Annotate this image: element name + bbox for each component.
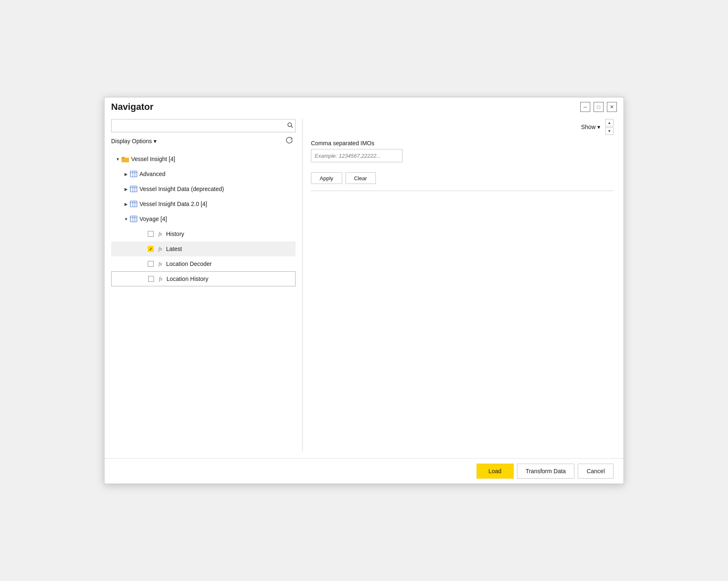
- right-panel: Show ▾ ▲ ▼ Comma separated IMOs Apply Cl…: [303, 119, 617, 452]
- svg-rect-8: [130, 186, 137, 192]
- transform-data-button[interactable]: Transform Data: [517, 464, 575, 479]
- tree-item-advanced[interactable]: ▶ Advanced: [111, 166, 296, 181]
- imo-input[interactable]: [311, 149, 403, 162]
- search-input-wrap: [111, 119, 296, 132]
- svg-rect-3: [122, 157, 125, 159]
- clear-button[interactable]: Clear: [345, 172, 376, 184]
- search-icon: [287, 122, 293, 128]
- tree-label-vessel-insight-20: Vessel Insight Data 2.0 [4]: [139, 201, 207, 207]
- checkbox-location-decoder[interactable]: [148, 261, 154, 267]
- checkbox-history[interactable]: [148, 231, 154, 237]
- search-input[interactable]: [111, 119, 296, 132]
- tree-label-vessel-insight: Vessel Insight [4]: [131, 156, 175, 162]
- minimize-button[interactable]: ─: [580, 102, 590, 112]
- tree-area: ▼ Vessel Insight [4] ▶: [111, 151, 296, 452]
- load-button[interactable]: Load: [477, 464, 514, 479]
- scroll-down-button[interactable]: ▼: [605, 127, 614, 135]
- title-bar-controls: ─ □ ✕: [580, 102, 617, 112]
- tree-label-latest: Latest: [166, 246, 182, 252]
- fx-icon-history: fx: [156, 231, 164, 237]
- divider: [311, 191, 614, 191]
- left-panel: Display Options ▾ ▼: [111, 119, 303, 452]
- folder-icon-vessel-insight: [121, 156, 129, 162]
- tree-label-advanced: Advanced: [139, 171, 165, 177]
- display-options-button[interactable]: Display Options ▾: [111, 138, 157, 144]
- tree-item-voyage[interactable]: ▼ Voyage [4]: [111, 211, 296, 226]
- tree-item-location-decoder[interactable]: ▶ fx Location Decoder: [111, 256, 296, 271]
- display-options-arrow: ▾: [154, 138, 157, 144]
- imo-label: Comma separated IMOs: [311, 140, 614, 146]
- svg-line-1: [291, 126, 293, 128]
- main-content: Display Options ▾ ▼: [104, 112, 624, 458]
- fx-icon-latest: fx: [156, 246, 164, 252]
- tree-label-vessel-insight-deprecated: Vessel Insight Data (deprecated): [139, 186, 224, 192]
- title-bar: Navigator ─ □ ✕: [104, 97, 624, 112]
- expander-vessel-insight-20[interactable]: ▶: [123, 201, 129, 207]
- expander-vessel-insight[interactable]: ▼: [114, 156, 121, 162]
- imo-section: Comma separated IMOs Apply Clear: [311, 140, 614, 296]
- tree-item-latest[interactable]: ▶ fx Latest: [111, 241, 296, 256]
- tree-label-location-history: Location History: [166, 276, 208, 282]
- svg-rect-16: [130, 216, 137, 222]
- show-dropdown-arrow: ▾: [597, 124, 600, 130]
- checkbox-location-history[interactable]: [148, 276, 154, 282]
- scroll-buttons: ▲ ▼: [605, 119, 614, 135]
- tree-label-location-decoder: Location Decoder: [166, 261, 212, 267]
- tree-item-vessel-insight[interactable]: ▼ Vessel Insight [4]: [111, 151, 296, 166]
- expander-advanced[interactable]: ▶: [123, 171, 129, 177]
- refresh-button[interactable]: [283, 136, 296, 146]
- show-dropdown-button[interactable]: Show ▾: [581, 124, 600, 130]
- fx-icon-location-history: fx: [157, 276, 165, 282]
- apply-clear-row: Apply Clear: [311, 172, 614, 184]
- navigator-window: Navigator ─ □ ✕: [104, 97, 624, 484]
- svg-rect-4: [130, 171, 137, 177]
- toolbar-row: Display Options ▾: [111, 136, 296, 146]
- right-top-bar: Show ▾ ▲ ▼: [311, 119, 614, 135]
- search-icon-button[interactable]: [287, 122, 293, 129]
- tree-item-vessel-insight-20[interactable]: ▶ Vessel Insight Data 2.0 [4]: [111, 196, 296, 211]
- cancel-button[interactable]: Cancel: [578, 464, 614, 479]
- table-icon-advanced: [129, 171, 138, 177]
- right-content-area: [311, 296, 614, 452]
- tree-item-history[interactable]: ▶ fx History: [111, 226, 296, 241]
- display-options-label: Display Options: [111, 138, 152, 144]
- expander-voyage[interactable]: ▼: [123, 216, 129, 222]
- apply-button[interactable]: Apply: [311, 172, 342, 184]
- fx-icon-location-decoder: fx: [156, 261, 164, 267]
- tree-item-vessel-insight-deprecated[interactable]: ▶ Vessel Insight Data (deprecated): [111, 181, 296, 196]
- table-icon-vessel-insight-deprecated: [129, 186, 138, 192]
- refresh-icon: [286, 137, 293, 144]
- expander-vessel-insight-deprecated[interactable]: ▶: [123, 186, 129, 192]
- maximize-button[interactable]: □: [594, 102, 604, 112]
- window-title: Navigator: [111, 102, 153, 112]
- footer: Load Transform Data Cancel: [104, 458, 624, 484]
- checkbox-latest[interactable]: [148, 246, 154, 252]
- table-icon-voyage: [129, 216, 138, 222]
- svg-rect-12: [130, 201, 137, 207]
- tree-label-voyage: Voyage [4]: [139, 216, 167, 222]
- tree-item-location-history[interactable]: ▶ fx Location History: [111, 271, 296, 286]
- search-row: [111, 119, 296, 132]
- close-button[interactable]: ✕: [607, 102, 617, 112]
- scroll-up-button[interactable]: ▲: [605, 119, 614, 127]
- tree-label-history: History: [166, 231, 184, 237]
- show-label: Show: [581, 124, 596, 130]
- table-icon-vessel-insight-20: [129, 201, 138, 207]
